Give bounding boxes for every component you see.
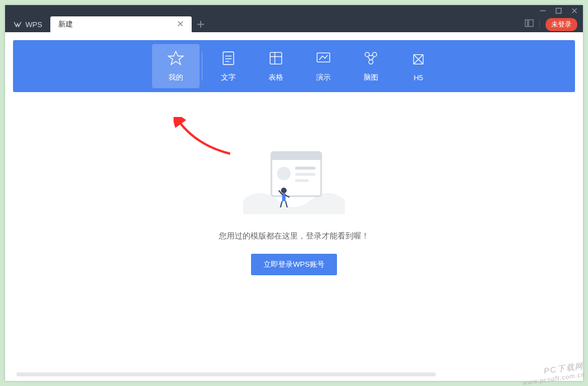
spreadsheet-icon bbox=[267, 50, 284, 67]
svg-line-23 bbox=[368, 57, 370, 60]
svg-rect-9 bbox=[529, 20, 533, 27]
svg-rect-32 bbox=[295, 173, 315, 176]
tabstrip-right-controls: 未登录 bbox=[525, 16, 583, 32]
svg-marker-10 bbox=[168, 51, 183, 64]
category-label: 演示 bbox=[316, 72, 331, 83]
svg-point-34 bbox=[281, 188, 287, 193]
login-button[interactable]: 立即登录WPS账号 bbox=[251, 254, 337, 275]
svg-line-24 bbox=[371, 57, 374, 60]
app-name-label: WPS bbox=[25, 20, 42, 29]
title-bar bbox=[5, 5, 583, 16]
wps-logo-icon bbox=[13, 20, 22, 29]
close-button[interactable] bbox=[570, 7, 578, 15]
document-icon bbox=[220, 50, 237, 67]
category-label: H5 bbox=[414, 73, 423, 82]
svg-rect-11 bbox=[223, 52, 234, 65]
category-spreadsheet[interactable]: 表格 bbox=[252, 44, 300, 88]
category-bar: 我的 文字 表格 演示 脑图 H5 bbox=[13, 40, 575, 92]
svg-rect-33 bbox=[295, 179, 309, 182]
category-label: 表格 bbox=[269, 72, 283, 83]
svg-point-20 bbox=[373, 53, 377, 57]
h5-icon bbox=[410, 51, 427, 68]
app-home-tab[interactable]: WPS bbox=[5, 16, 50, 32]
document-tab-active[interactable]: 新建 bbox=[50, 16, 192, 32]
svg-point-19 bbox=[365, 53, 370, 57]
svg-point-30 bbox=[277, 167, 291, 180]
main-content: 我的 文字 表格 演示 脑图 H5 bbox=[5, 32, 583, 381]
category-writer[interactable]: 文字 bbox=[205, 44, 252, 88]
svg-rect-1 bbox=[556, 8, 561, 14]
vertical-divider bbox=[539, 20, 540, 29]
tab-close-button[interactable] bbox=[175, 19, 186, 29]
svg-point-21 bbox=[369, 60, 373, 64]
app-window: WPS 新建 未登录 我的 bbox=[5, 5, 583, 381]
category-my[interactable]: 我的 bbox=[152, 44, 200, 88]
empty-state: 您用过的模版都在这里，登录才能看到喔！ 立即登录WPS账号 bbox=[13, 146, 575, 275]
category-label: 我的 bbox=[168, 72, 183, 83]
svg-rect-15 bbox=[270, 53, 282, 64]
presentation-icon bbox=[315, 50, 332, 67]
empty-message: 您用过的模版都在这里，登录才能看到喔！ bbox=[219, 231, 369, 241]
category-label: 脑图 bbox=[364, 72, 378, 83]
empty-illustration bbox=[243, 146, 345, 214]
horizontal-scrollbar[interactable] bbox=[16, 372, 436, 376]
layout-toggle-icon[interactable] bbox=[525, 19, 534, 30]
star-icon bbox=[167, 50, 184, 67]
document-tab-title: 新建 bbox=[58, 19, 73, 29]
category-h5[interactable]: H5 bbox=[395, 44, 442, 88]
svg-rect-29 bbox=[271, 152, 321, 160]
svg-rect-18 bbox=[317, 53, 330, 62]
tab-strip: WPS 新建 未登录 bbox=[5, 16, 583, 32]
maximize-button[interactable] bbox=[555, 7, 563, 15]
svg-rect-8 bbox=[525, 20, 528, 27]
svg-rect-31 bbox=[295, 167, 315, 170]
minimize-button[interactable] bbox=[539, 7, 547, 15]
new-tab-button[interactable] bbox=[192, 16, 210, 32]
category-presentation[interactable]: 演示 bbox=[300, 44, 347, 88]
login-status-pill[interactable]: 未登录 bbox=[546, 18, 577, 31]
mindmap-icon bbox=[362, 50, 379, 67]
category-label: 文字 bbox=[221, 72, 236, 83]
category-mindmap[interactable]: 脑图 bbox=[347, 44, 395, 88]
